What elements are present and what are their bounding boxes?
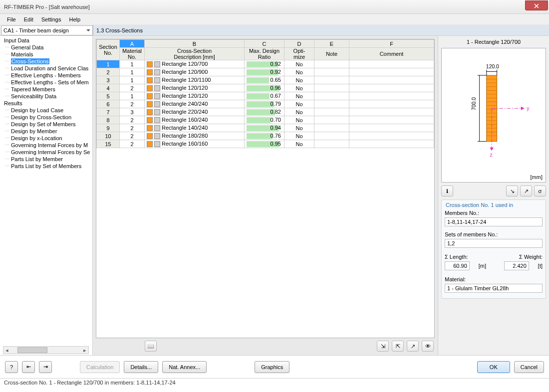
table-row[interactable]: 10 2 Rectangle 180/280 0.76 No: [97, 132, 434, 140]
right-panel: 1 - Rectangle 120/700 y z: [438, 36, 549, 355]
tree-results-design-by-load-case[interactable]: Design by Load Case: [0, 107, 92, 114]
menu-edit[interactable]: Edit: [20, 15, 37, 23]
tree-input-root[interactable]: Input Data: [0, 37, 92, 44]
export-icon: ⇲: [381, 343, 385, 350]
status-bar: Cross-section No. 1 - Rectangle 120/700 …: [0, 378, 549, 388]
info-button[interactable]: ℹ: [441, 186, 453, 196]
tree-results-root[interactable]: Results: [0, 100, 92, 107]
graphics-button[interactable]: Graphics: [255, 361, 289, 373]
panel-title: 1.3 Cross-Sections: [93, 25, 549, 35]
stress-button[interactable]: σ: [534, 186, 546, 196]
table-row[interactable]: 4 2 Rectangle 120/120 0.96 No: [97, 84, 434, 92]
svg-text:120.0: 120.0: [486, 64, 499, 69]
details-button[interactable]: Details...: [124, 361, 158, 373]
pick-button[interactable]: ↗: [407, 341, 419, 352]
hdr-section-no[interactable]: Section No.: [97, 40, 120, 60]
book-icon: 📖: [147, 343, 154, 350]
hdr-comment[interactable]: Comment: [349, 48, 434, 60]
material-value: 1 - Glulam Timber GL28h: [445, 284, 543, 293]
svg-text:y: y: [527, 106, 530, 111]
cancel-button[interactable]: Cancel: [514, 361, 544, 373]
tree-results-design-by-member[interactable]: Design by Member: [0, 128, 92, 135]
scroll-right-icon[interactable]: ▸: [81, 347, 88, 354]
tree-results-design-by-x-location[interactable]: Design by x-Location: [0, 135, 92, 142]
members-label: Members No.:: [445, 210, 543, 216]
tree-input-general-data[interactable]: General Data: [0, 44, 92, 51]
length-unit: [m]: [479, 263, 486, 269]
sidebar-hscroll[interactable]: ◂ ▸: [3, 346, 89, 354]
nat-annex-button[interactable]: Nat. Annex...: [162, 361, 207, 373]
svg-text:700.0: 700.0: [471, 97, 477, 110]
pick-icon: ↗: [411, 343, 415, 350]
col-C[interactable]: C: [245, 40, 284, 48]
tree-input-materials[interactable]: Materials: [0, 51, 92, 58]
hdr-material-no[interactable]: Material No.: [120, 48, 145, 60]
col-D[interactable]: D: [284, 40, 314, 48]
calculation-button: Calculation: [80, 361, 120, 373]
svg-text:z: z: [490, 152, 492, 158]
menu-file[interactable]: File: [3, 15, 20, 23]
library-button[interactable]: 📖: [145, 341, 157, 352]
scroll-thumb[interactable]: [17, 347, 47, 353]
length-value: 60.90: [445, 261, 470, 270]
table-row[interactable]: 5 1 Rectangle 120/120 0.67 No: [97, 92, 434, 100]
tree-input-effective-lengths-members[interactable]: Effective Lengths - Members: [0, 72, 92, 79]
menu-settings[interactable]: Settings: [37, 15, 65, 23]
tree-input-load-duration-and-service-clas[interactable]: Load Duration and Service Clas: [0, 65, 92, 72]
hdr-note[interactable]: Note: [314, 48, 349, 60]
col-A[interactable]: A: [120, 40, 145, 48]
tree-input-cross-sections[interactable]: Cross-Sections: [0, 58, 92, 65]
bottom-bar: ? ⇤ ⇥ Calculation Details... Nat. Annex.…: [0, 355, 549, 378]
import-icon: ⇱: [396, 343, 400, 350]
axes-yz-button[interactable]: ↗: [520, 186, 532, 196]
section-drawing: y z 120.0 700.0: [442, 48, 546, 173]
section-info-group: Cross-section No. 1 used in Members No.:…: [441, 199, 546, 299]
sets-value[interactable]: 1,2: [445, 239, 543, 248]
window-title: RF-TIMBER Pro - [Salt warehouse]: [4, 4, 90, 10]
scroll-left-icon[interactable]: ◂: [3, 347, 10, 354]
axes-icon: ↘: [510, 188, 515, 195]
table-row[interactable]: 2 1 Rectangle 120/900 0.92 No: [97, 68, 434, 76]
table-row[interactable]: 9 2 Rectangle 140/240 0.94 No: [97, 124, 434, 132]
tree-results-governing-internal-forces-by-se[interactable]: Governing Internal Forces by Se: [0, 149, 92, 156]
grid-cross-sections[interactable]: Section No. A B C D E F Material No. Cro…: [96, 39, 435, 338]
tree-results-design-by-set-of-members[interactable]: Design by Set of Members: [0, 121, 92, 128]
case-dropdown[interactable]: CA1 - Timber beam design: [1, 25, 93, 35]
table-row[interactable]: 15 2 Rectangle 160/160 0.95 No: [97, 140, 434, 148]
hdr-optimize[interactable]: Opti- mize: [284, 48, 314, 60]
tree-results-parts-list-by-member[interactable]: Parts List by Member: [0, 156, 92, 163]
table-row[interactable]: 6 2 Rectangle 240/240 0.79 No: [97, 100, 434, 108]
table-row[interactable]: 3 1 Rectangle 120/1100 0.65 No: [97, 76, 434, 84]
next-icon: ⇥: [43, 364, 48, 370]
axes-xy-button[interactable]: ↘: [506, 186, 518, 196]
close-button[interactable]: [525, 0, 548, 10]
hdr-ratio[interactable]: Max. Design Ratio: [245, 48, 284, 60]
menu-bar: File Edit Settings Help: [0, 14, 549, 25]
view-button[interactable]: 👁: [422, 341, 434, 352]
next-button[interactable]: ⇥: [39, 361, 52, 373]
svg-marker-18: [521, 106, 525, 110]
export-button[interactable]: ⇲: [377, 341, 389, 352]
tree-results-design-by-cross-section[interactable]: Design by Cross-Section: [0, 114, 92, 121]
toolbar-row: CA1 - Timber beam design 1.3 Cross-Secti…: [0, 25, 549, 36]
tree-input-serviceability-data[interactable]: Serviceability Data: [0, 93, 92, 100]
tree-input-effective-lengths-sets-of-mem[interactable]: Effective Lengths - Sets of Mem: [0, 79, 92, 86]
table-row[interactable]: 8 2 Rectangle 160/240 0.70 No: [97, 116, 434, 124]
import-button[interactable]: ⇱: [392, 341, 404, 352]
help-button[interactable]: ?: [5, 361, 18, 373]
col-B[interactable]: B: [145, 40, 245, 48]
table-row[interactable]: 7 3 Rectangle 220/240 0.82 No: [97, 108, 434, 116]
col-F[interactable]: F: [349, 40, 434, 48]
tree-input-tapered-members[interactable]: Tapered Members: [0, 86, 92, 93]
prev-button[interactable]: ⇤: [22, 361, 35, 373]
table-row[interactable]: 1 1 Rectangle 120/700 0.92 No: [97, 60, 434, 68]
members-value[interactable]: 1-8,11-14,17-24: [445, 217, 543, 226]
menu-help[interactable]: Help: [65, 15, 84, 23]
tree-results-parts-list-by-set-of-members[interactable]: Parts List by Set of Members: [0, 163, 92, 170]
title-bar: RF-TIMBER Pro - [Salt warehouse]: [0, 0, 549, 14]
preview-title: 1 - Rectangle 120/700: [441, 39, 546, 45]
hdr-desc[interactable]: Cross-Section Description [mm]: [145, 48, 245, 60]
ok-button[interactable]: OK: [477, 361, 510, 373]
col-E[interactable]: E: [314, 40, 349, 48]
tree-results-governing-internal-forces-by-m[interactable]: Governing Internal Forces by M: [0, 142, 92, 149]
